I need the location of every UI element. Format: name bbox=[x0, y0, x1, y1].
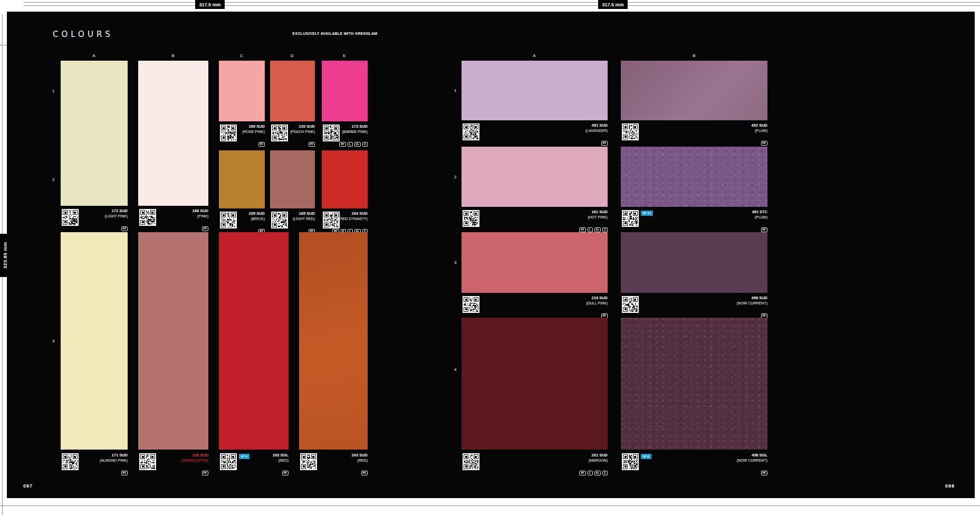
swatch-label: 452 SUD (PLUM) PF bbox=[621, 121, 767, 145]
qr-code[interactable] bbox=[463, 210, 479, 227]
row-header-3: 3 bbox=[52, 339, 54, 344]
width-measure-tab: 317.5 mm bbox=[195, 0, 225, 9]
swatch-204-sud bbox=[322, 150, 368, 208]
qr-code[interactable] bbox=[271, 212, 288, 228]
qr-code[interactable] bbox=[62, 453, 79, 470]
swatch-name: (BRICK) bbox=[249, 216, 265, 221]
swatch-name: (RED DYNASTY) bbox=[339, 216, 368, 221]
swatch-label: 171 SUD (ALMOND PINK) PF bbox=[61, 451, 128, 475]
qr-code[interactable] bbox=[220, 125, 237, 141]
swatch-code: 201 SUD bbox=[589, 453, 608, 458]
swatch-label: 138 SUD (TERRACOTTA) PF bbox=[138, 451, 208, 475]
qr-code[interactable] bbox=[62, 209, 79, 226]
swatch-label: 219 SUD (DULL PINK) PF bbox=[462, 294, 608, 318]
page-title: COLOURS bbox=[53, 30, 113, 39]
format-badge: PF bbox=[121, 471, 128, 475]
format-badge: L bbox=[588, 227, 593, 232]
swatch-name: (PINK) bbox=[193, 214, 208, 218]
qr-code[interactable] bbox=[323, 125, 340, 141]
column-header-e: E bbox=[343, 53, 345, 58]
side-ruler-tick bbox=[0, 45, 7, 45]
swatch-203-sgl bbox=[219, 232, 289, 450]
format-badge: PF bbox=[258, 142, 265, 147]
swatch-name: (HOT PINK) bbox=[588, 215, 608, 220]
format-badge: PF bbox=[202, 226, 208, 231]
swatch-code: 219 SUD bbox=[586, 295, 608, 301]
swatch-220-sud bbox=[270, 61, 315, 121]
swatch-label: 172 SUD (LIGHT PINK) PF bbox=[61, 207, 128, 231]
swatch-code: 172 SUD bbox=[105, 208, 128, 214]
column-header-b: B bbox=[693, 53, 695, 58]
row-header-3: 3 bbox=[454, 260, 456, 265]
qr-code[interactable] bbox=[622, 453, 639, 470]
swatch-205-sud bbox=[219, 150, 265, 208]
format-badge: PF bbox=[579, 471, 585, 475]
column-header-b: B bbox=[171, 53, 174, 58]
qr-code[interactable] bbox=[139, 209, 156, 226]
swatch-name: (RED) bbox=[273, 458, 289, 463]
swatch-name: (NOIR CURRENT) bbox=[737, 458, 767, 463]
swatch-name: (TERRACOTTA) bbox=[181, 458, 208, 463]
swatch-name: (PEACH PINK) bbox=[290, 129, 315, 134]
swatch-code: 165 SUD bbox=[293, 211, 315, 216]
format-badge: C bbox=[602, 227, 608, 232]
format-badge: XL bbox=[594, 471, 601, 475]
swatch-code: 168 SUD bbox=[193, 208, 208, 214]
qr-code[interactable] bbox=[463, 296, 479, 313]
swatch-165-sud bbox=[270, 150, 315, 208]
swatch-label: IP 6 458 SGL (NOIR CURRENT) PF bbox=[621, 451, 767, 475]
format-badge: PF bbox=[361, 471, 368, 475]
swatch-code: 451 SUD bbox=[585, 123, 608, 128]
swatch-code: 171 SUD bbox=[100, 453, 128, 458]
qr-code[interactable] bbox=[300, 453, 317, 470]
swatch-code: 138 SUD bbox=[181, 453, 208, 458]
swatch-code: 452 STC bbox=[752, 209, 767, 215]
exclusivity-tagline: EXCLUSIVELY AVAILABLE WITH GREENLAM bbox=[274, 32, 396, 35]
swatch-code: 205 SUD bbox=[249, 211, 265, 216]
qr-code[interactable] bbox=[622, 210, 639, 227]
swatch-label: 161 SUD (HOT PINK) PFLXLC bbox=[462, 208, 608, 232]
format-badge: XL bbox=[354, 142, 361, 147]
swatch-name: (ROSE PINK) bbox=[242, 129, 265, 134]
swatch-code: 203 SUD bbox=[352, 453, 368, 458]
row-header-1: 1 bbox=[454, 88, 456, 93]
swatch-name: (LAVENDER) bbox=[585, 128, 608, 133]
format-badge: XL bbox=[594, 227, 601, 232]
qr-code[interactable] bbox=[139, 453, 156, 470]
ip-rating-tag: IP 11 bbox=[641, 211, 653, 216]
swatch-name: (LIGHT PINK) bbox=[105, 214, 128, 218]
swatch-label: 203 SUD (RED) PF bbox=[299, 451, 368, 475]
swatch-code: 173 SUD bbox=[342, 124, 368, 129]
swatch-201-sud bbox=[462, 318, 608, 450]
swatch-label: 204 SUD (RED DYNASTY) PFDLXLC bbox=[322, 209, 368, 233]
column-header-a: A bbox=[92, 53, 95, 58]
format-badge: PF bbox=[202, 471, 208, 475]
swatch-452-sud bbox=[621, 61, 767, 120]
qr-code[interactable] bbox=[220, 212, 237, 228]
row-header-4: 4 bbox=[454, 367, 456, 372]
swatch-code: 203 SGL bbox=[273, 453, 289, 458]
qr-code[interactable] bbox=[463, 123, 479, 140]
format-badge: PF bbox=[579, 227, 585, 232]
format-badge: PF bbox=[282, 471, 289, 475]
qr-code[interactable] bbox=[463, 453, 479, 470]
swatch-code: 161 SUD bbox=[588, 209, 608, 215]
swatch-code: 204 SUD bbox=[339, 211, 368, 216]
qr-code[interactable] bbox=[220, 453, 237, 470]
format-badge: L bbox=[588, 471, 593, 475]
swatch-168-sud bbox=[138, 61, 208, 206]
swatch-name: (BARBIE PINK) bbox=[342, 129, 368, 134]
qr-code[interactable] bbox=[622, 123, 639, 140]
format-badge: PF bbox=[761, 141, 767, 146]
swatch-code: 452 SUD bbox=[752, 123, 767, 128]
qr-code[interactable] bbox=[622, 296, 639, 313]
swatch-138-sud bbox=[138, 232, 208, 450]
column-header-d: D bbox=[291, 53, 294, 58]
swatch-219-sud bbox=[462, 232, 608, 293]
row-header-1: 1 bbox=[52, 89, 54, 93]
swatch-name: (NOIR CURRENT) bbox=[737, 301, 767, 306]
qr-code[interactable] bbox=[271, 125, 288, 141]
ip-rating-tag: IP 6 bbox=[641, 454, 651, 459]
swatch-label: 220 SUD (PEACH PINK) PF bbox=[270, 122, 315, 146]
swatch-label: 165 SUD (LIGHT RED) PF bbox=[270, 209, 315, 233]
